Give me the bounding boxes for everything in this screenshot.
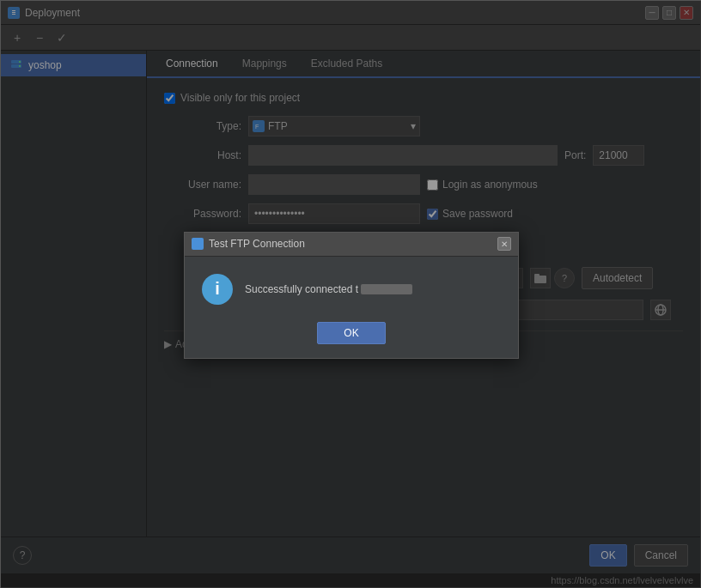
info-icon: i bbox=[202, 274, 233, 305]
modal-overlay: Test FTP Connection ✕ i Successfully con… bbox=[1, 1, 701, 588]
modal-body: i Successfully connected t bbox=[202, 274, 501, 305]
message-prefix: Successfully connected t bbox=[245, 283, 358, 295]
modal-icon bbox=[192, 238, 204, 250]
modal-title-left: Test FTP Connection bbox=[192, 238, 305, 250]
modal-message: Successfully connected t bbox=[245, 283, 501, 295]
modal-ok-button[interactable]: OK bbox=[317, 322, 386, 344]
test-ftp-dialog: Test FTP Connection ✕ i Successfully con… bbox=[184, 232, 519, 359]
modal-close-button[interactable]: ✕ bbox=[497, 237, 511, 251]
redacted-host bbox=[361, 284, 412, 294]
svg-point-15 bbox=[194, 240, 201, 247]
modal-content: i Successfully connected t OK bbox=[185, 257, 518, 358]
modal-title-bar: Test FTP Connection ✕ bbox=[185, 233, 518, 257]
modal-title: Test FTP Connection bbox=[209, 238, 305, 250]
modal-ok-row: OK bbox=[317, 322, 386, 344]
